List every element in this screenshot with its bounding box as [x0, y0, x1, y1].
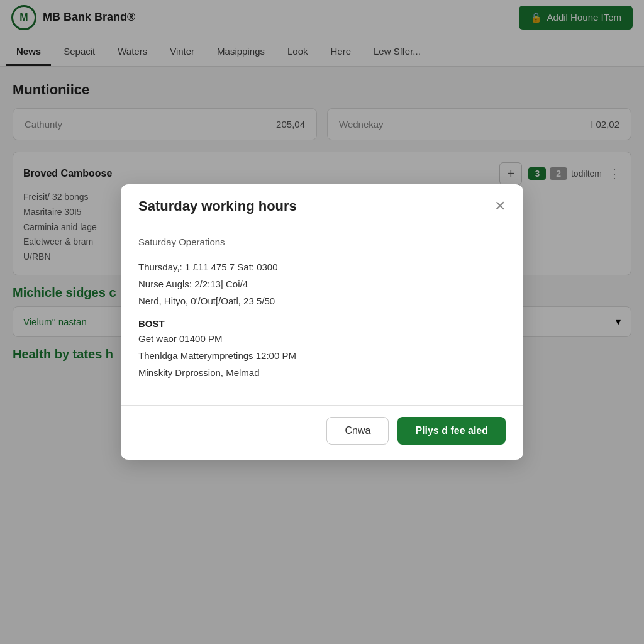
modal: Saturday working hours ✕ Saturday Operat…	[121, 184, 523, 460]
modal-body: Saturday Operations Thursday,: 1 £11 475…	[121, 225, 523, 395]
modal-info-line-1: Nurse Augls: 2/2:13| Coi/4	[138, 275, 506, 292]
modal-close-button[interactable]: ✕	[494, 198, 506, 214]
modal-info-line-0: Thursday,: 1 £11 475 7 Sat: 0300	[138, 258, 506, 275]
modal-info-line-2: Nerd, Hityo, 0'/Out[/Oatl, 23 5/50	[138, 292, 506, 309]
modal-overlay: Saturday working hours ✕ Saturday Operat…	[0, 0, 644, 644]
cancel-button[interactable]: Cnwa	[326, 417, 389, 445]
modal-detail-line-2: Minskity Drprossion, Melmad	[138, 364, 506, 381]
modal-divider-bottom	[121, 405, 523, 406]
modal-bold-label: BOST	[138, 318, 506, 329]
modal-detail-line-1: Thenldga Matterympretings 12:00 PM	[138, 347, 506, 364]
modal-detail-line-0: Get waor 01400 PM	[138, 330, 506, 347]
modal-info-block: Thursday,: 1 £11 475 7 Sat: 0300 Nurse A…	[138, 258, 506, 309]
modal-title: Saturday working hours	[138, 198, 297, 214]
confirm-button[interactable]: Pliys d fee aled	[397, 417, 506, 445]
modal-footer: Cnwa Pliys d fee aled	[121, 417, 523, 460]
modal-subtitle: Saturday Operations	[138, 236, 506, 247]
modal-header: Saturday working hours ✕	[121, 184, 523, 225]
